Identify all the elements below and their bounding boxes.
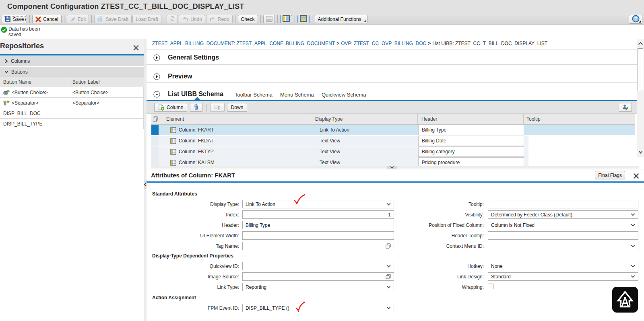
column-header-tooltip[interactable]: Tooltip xyxy=(526,116,541,122)
additional-functions-button[interactable]: Additional Functions xyxy=(315,15,367,23)
toolbar-separator xyxy=(206,104,206,111)
link-type-select[interactable]: Reporting xyxy=(242,283,394,291)
refresh-button[interactable] xyxy=(167,15,178,23)
final-flags-button[interactable]: Final Flags xyxy=(595,171,625,179)
display-type-select[interactable]: Link To Action xyxy=(242,200,394,208)
column-divider xyxy=(523,114,524,124)
select-all-icon[interactable] xyxy=(153,116,158,123)
fpm-event-id-select[interactable]: DISP_BILL_TYPE () xyxy=(242,304,394,312)
index-input[interactable]: 1 xyxy=(242,210,394,219)
repositories-panel: Repositories Columns Buttons Button Name… xyxy=(0,39,144,321)
row-selector[interactable] xyxy=(151,136,159,146)
image-source-input[interactable] xyxy=(242,272,394,281)
help-button[interactable]: ? xyxy=(629,15,642,24)
move-up-button[interactable]: Up xyxy=(210,103,224,112)
cancel-icon xyxy=(35,16,41,22)
hotkey-select[interactable]: None xyxy=(488,262,638,270)
table-row-button-choice[interactable]: <Button Choice> <Button Choice> xyxy=(0,87,144,98)
tag-name-input[interactable] xyxy=(242,242,394,250)
section-buttons[interactable]: Buttons xyxy=(0,67,144,77)
value-help-icon[interactable] xyxy=(386,274,391,279)
save-button[interactable]: Save xyxy=(2,15,27,23)
column-header-display-type[interactable]: Display Type xyxy=(315,116,343,122)
wrapping-checkbox[interactable] xyxy=(488,284,493,289)
repositories-title: Repositories xyxy=(0,42,44,50)
redo-button[interactable]: Redo xyxy=(206,15,233,23)
cell-header-input[interactable]: Pricing procedure xyxy=(418,157,524,166)
main-toolbar: Save Cancel Edit Save Draf xyxy=(0,13,644,25)
row-label: <Button Choice> xyxy=(72,90,108,95)
panel-splitter[interactable] xyxy=(144,39,147,321)
check-button[interactable]: Check xyxy=(238,15,258,23)
table-row-disp-bill-doc[interactable]: DISP_BILL_DOC xyxy=(0,108,144,119)
expand-general-settings-icon[interactable] xyxy=(153,54,160,61)
overlay-tool-logo[interactable] xyxy=(612,287,638,314)
attributes-close-icon[interactable] xyxy=(632,172,640,180)
schema-table-header: Element Display Type Header Tooltip xyxy=(151,114,635,125)
section-title-general-settings[interactable]: General Settings xyxy=(168,54,219,61)
repositories-close-icon[interactable] xyxy=(132,44,140,51)
tab-quickview-schema[interactable]: Quickview Schema xyxy=(322,92,366,98)
header-input[interactable]: Billing Type xyxy=(242,221,394,229)
table-row-fkdat[interactable]: Column: FKDAT Text View Billing Date xyxy=(151,136,635,146)
visibility-select[interactable]: Determined by Feeder Class (Default) xyxy=(488,210,638,219)
undo-icon xyxy=(182,16,188,22)
column-header-element[interactable]: Element xyxy=(166,116,184,122)
row-selector-selected[interactable] xyxy=(151,125,159,135)
field-label: Link Type: xyxy=(147,284,239,290)
group-rule xyxy=(152,260,641,260)
undo-button[interactable]: Undo xyxy=(179,15,205,23)
tab-menu-schema[interactable]: Menu Schema xyxy=(280,92,314,98)
delete-button[interactable] xyxy=(190,103,202,112)
section-columns[interactable]: Columns xyxy=(0,56,144,66)
table-row-kalsm[interactable]: Column: KALSM Text View Pricing procedur… xyxy=(151,157,635,166)
cancel-button[interactable]: Cancel xyxy=(32,15,61,23)
table-row-fktyp[interactable]: Column: FKTYP Text View Billing category xyxy=(151,146,635,157)
table-row-fkart[interactable]: Column: FKART Link To Action Billing Typ… xyxy=(151,125,635,136)
breadcrumb-link-application[interactable]: ZTEST_APPL_BILLING_DOCUMENT: ZTEST_APPL_… xyxy=(152,41,335,46)
table-row-separator[interactable]: <Separator> <Separator> xyxy=(0,98,144,108)
scroll-up-icon[interactable] xyxy=(637,40,644,47)
scroll-down-icon[interactable] xyxy=(637,149,644,155)
cell-header-input[interactable]: Billing Type xyxy=(418,125,524,135)
move-down-button[interactable]: Down xyxy=(227,103,248,112)
header-tooltip-input[interactable] xyxy=(488,231,638,240)
splitter-handle[interactable] xyxy=(144,180,147,189)
field-label: Image Source: xyxy=(147,274,239,280)
save-draft-button[interactable]: Save Draft xyxy=(94,15,132,23)
layout-left-panel-button[interactable] xyxy=(280,15,292,23)
layout-rows-button[interactable] xyxy=(263,15,275,23)
cell-header-input[interactable]: Billing category xyxy=(418,146,524,157)
column-header-button-label: Button Label xyxy=(72,79,99,85)
value-help-icon[interactable] xyxy=(386,243,391,249)
field-label: Context Menu ID: xyxy=(391,243,484,249)
add-column-button[interactable]: Column xyxy=(154,103,187,112)
breadcrumb-link-ovp[interactable]: OVP: ZTEST_CC_OVP_BILLING_DOC xyxy=(341,41,426,46)
personalize-button[interactable] xyxy=(619,103,632,112)
link-design-select[interactable]: Standard xyxy=(488,272,638,281)
scroll-more-down-icon[interactable] xyxy=(387,166,397,169)
vertical-scrollbar[interactable] xyxy=(637,39,644,157)
tab-toolbar-schema[interactable]: Toolbar Schema xyxy=(235,92,272,98)
ui-element-width-input[interactable] xyxy=(242,231,394,240)
quickview-id-select[interactable] xyxy=(242,262,394,270)
table-row-disp-bill-type[interactable]: DISP_BILL_TYPE xyxy=(0,119,144,129)
row-selector[interactable] xyxy=(151,146,159,157)
expand-preview-icon[interactable] xyxy=(153,73,160,80)
column-header-header[interactable]: Header xyxy=(421,116,437,122)
cell-element: Column: FKDAT xyxy=(179,138,213,144)
scrollbar-thumb[interactable] xyxy=(638,48,643,90)
layout-bottom-panel-button[interactable] xyxy=(297,15,310,23)
tooltip-input[interactable] xyxy=(488,200,638,208)
cell-header-input[interactable]: Billing Date xyxy=(418,136,524,146)
collapse-list-uibb-icon[interactable] xyxy=(153,91,160,98)
chevron-right-icon xyxy=(4,59,8,63)
menu-corner-icon xyxy=(364,20,366,22)
section-title-preview[interactable]: Preview xyxy=(168,73,192,80)
row-selector[interactable] xyxy=(151,157,159,166)
context-menu-id-select[interactable] xyxy=(488,242,638,250)
load-draft-button[interactable]: Load Draft xyxy=(132,15,161,23)
save-draft-label: Save Draft xyxy=(105,16,128,22)
edit-button[interactable]: Edit xyxy=(67,15,89,23)
position-of-fixed-column-select[interactable]: Column is Not Fixed xyxy=(488,221,638,229)
